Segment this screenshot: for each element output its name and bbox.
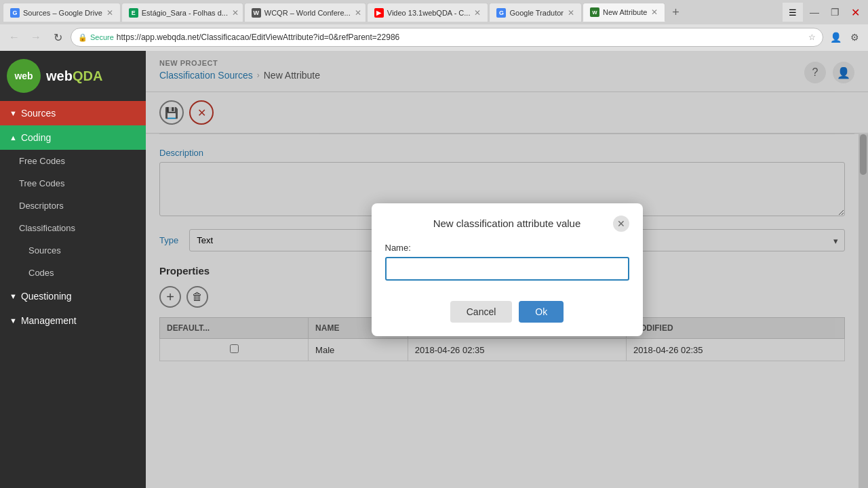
browser-chrome: G Sources – Google Drive ✕ E Estágio_Sar… <box>0 0 868 51</box>
modal-close-button[interactable]: ✕ <box>613 216 629 232</box>
tab-label-2: Estágio_Sara - Folhas d... <box>142 9 228 17</box>
tab-label-4: Video 13.1webQDA - C... <box>387 9 471 17</box>
bookmark-icon[interactable]: ☆ <box>808 33 816 42</box>
back-button[interactable]: ← <box>5 28 23 46</box>
modal-name-input[interactable] <box>385 257 629 281</box>
tab-label-5: Google Tradutor <box>509 9 564 17</box>
close-button[interactable]: ✕ <box>845 3 865 22</box>
forward-button[interactable]: → <box>27 28 45 46</box>
tab-2[interactable]: E Estágio_Sara - Folhas d... ✕ <box>121 3 243 22</box>
sidebar-management-label: Management <box>21 315 77 326</box>
logo-qda: QDA <box>73 68 102 83</box>
modal-cancel-button[interactable]: Cancel <box>450 301 513 323</box>
extensions-icon[interactable]: ☰ <box>783 3 803 22</box>
profile-icon[interactable]: 👤 <box>827 29 844 45</box>
tab-bar: G Sources – Google Drive ✕ E Estágio_Sar… <box>0 0 868 24</box>
sidebar-item-classifications[interactable]: Classifications <box>0 217 146 239</box>
tab-4[interactable]: ▶ Video 13.1webQDA - C... ✕ <box>367 3 489 22</box>
tab-5[interactable]: G Google Tradutor ✕ <box>489 3 582 22</box>
secure-label: Secure <box>90 33 114 41</box>
sidebar-item-descriptors[interactable]: Descriptors <box>0 195 146 217</box>
settings-icon[interactable]: ⚙ <box>846 29 863 45</box>
modal-header: New classification attribute value ✕ <box>372 203 643 240</box>
tab-favicon-1: G <box>10 8 20 18</box>
tab-favicon-2: E <box>129 8 138 18</box>
reload-button[interactable]: ↻ <box>49 28 66 46</box>
tab-close-1[interactable]: ✕ <box>106 8 113 18</box>
logo: web webQDA <box>7 59 139 93</box>
tab-1[interactable]: G Sources – Google Drive ✕ <box>3 3 121 22</box>
maximize-button[interactable]: ❐ <box>825 3 845 22</box>
tab-label-6: New Attribute <box>603 8 647 16</box>
logo-area: web webQDA <box>0 51 146 101</box>
sidebar-item-questioning[interactable]: ▼ Questioning <box>0 284 146 308</box>
sidebar-item-free-codes[interactable]: Free Codes <box>0 150 146 172</box>
new-tab-button[interactable]: + <box>666 3 685 22</box>
modal-ok-button[interactable]: Ok <box>519 301 564 323</box>
modal-name-label: Name: <box>385 243 629 253</box>
sidebar-item-sources[interactable]: ▼ Sources <box>0 101 146 125</box>
sidebar-descriptors-label: Descriptors <box>19 201 64 211</box>
modal-title: New classification attribute value <box>401 218 613 229</box>
modal-footer: Cancel Ok <box>372 294 643 336</box>
tab-close-3[interactable]: ✕ <box>355 8 361 18</box>
sidebar-item-sources-sub[interactable]: Sources <box>0 239 146 262</box>
sidebar-coding-label: Coding <box>21 132 51 143</box>
tab-3[interactable]: W WCQR – World Confere... ✕ <box>244 3 366 22</box>
tab-6[interactable]: w New Attribute ✕ <box>583 3 665 22</box>
tab-favicon-4: ▶ <box>374 8 384 18</box>
logo-web: web <box>46 68 73 83</box>
sidebar-item-codes[interactable]: Codes <box>0 262 146 284</box>
modal-dialog: New classification attribute value ✕ Nam… <box>372 203 643 336</box>
sidebar-item-coding[interactable]: ▲ Coding <box>0 125 146 150</box>
tab-favicon-5: G <box>496 8 506 18</box>
window-controls: ☰ — ❐ ✕ <box>783 3 865 22</box>
address-bar-row: ← → ↻ 🔒 Secure https://app.webqda.net/Cl… <box>0 24 868 50</box>
logo-text-area: webQDA <box>46 68 102 84</box>
modal-overlay: New classification attribute value ✕ Nam… <box>146 51 868 488</box>
sidebar-sources-sub-label: Sources <box>28 245 61 256</box>
tab-close-4[interactable]: ✕ <box>474 8 481 18</box>
sidebar-free-codes-label: Free Codes <box>19 156 65 166</box>
extra-icons: 👤 ⚙ <box>827 29 863 45</box>
questioning-arrow-icon: ▼ <box>9 292 17 300</box>
secure-icon: 🔒 <box>78 33 87 42</box>
modal-body: Name: <box>372 240 643 294</box>
coding-arrow-icon: ▲ <box>9 134 17 142</box>
tab-close-5[interactable]: ✕ <box>568 8 574 18</box>
sidebar-item-tree-codes[interactable]: Tree Codes <box>0 172 146 195</box>
sidebar-tree-codes-label: Tree Codes <box>19 178 64 188</box>
sidebar-classifications-label: Classifications <box>19 223 75 233</box>
tab-label-1: Sources – Google Drive <box>23 9 102 17</box>
sidebar-questioning-label: Questioning <box>21 291 72 302</box>
logo-inner: web <box>14 70 33 81</box>
tab-label-3: WCQR – World Confere... <box>264 9 351 17</box>
tab-favicon-3: W <box>252 8 261 18</box>
tab-close-2[interactable]: ✕ <box>232 8 239 18</box>
logo-circle: web <box>7 59 41 93</box>
sidebar: web webQDA ▼ Sources ▲ Coding Free Codes… <box>0 51 146 488</box>
tab-close-6[interactable]: ✕ <box>651 7 658 17</box>
sidebar-sources-label: Sources <box>21 108 56 119</box>
address-bar[interactable]: 🔒 Secure https://app.webqda.net/Classifi… <box>71 28 823 47</box>
sources-arrow-icon: ▼ <box>9 109 17 117</box>
address-text: https://app.webqda.net/Classificacao/Edi… <box>117 33 399 42</box>
minimize-button[interactable]: — <box>804 3 825 22</box>
sidebar-item-management[interactable]: ▼ Management <box>0 308 146 333</box>
sidebar-codes-label: Codes <box>28 268 54 278</box>
management-arrow-icon: ▼ <box>9 317 17 325</box>
tab-favicon-6: w <box>590 7 599 17</box>
